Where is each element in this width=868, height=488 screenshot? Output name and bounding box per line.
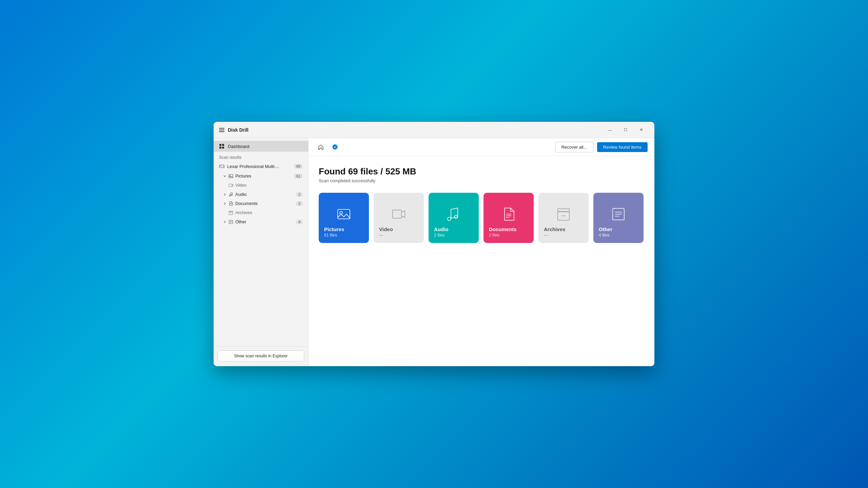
audio-card-icon <box>446 207 461 222</box>
svg-rect-0 <box>219 144 221 146</box>
drive-icon <box>219 164 224 169</box>
svg-rect-7 <box>229 174 233 178</box>
device-badge: 69 <box>294 164 303 169</box>
device-label: Lexar Professional Multi-... <box>227 164 279 169</box>
other-icon <box>229 220 233 224</box>
audio-card-count: 2 files <box>434 233 445 238</box>
category-card-other[interactable]: Other 4 files <box>593 193 644 243</box>
sidebar-item-device[interactable]: Lexar Professional Multi-... 69 <box>214 161 308 171</box>
app-title: Disk Drill <box>228 127 249 133</box>
main-area: Found 69 files / 525 MB Scan completed s… <box>309 156 654 366</box>
sidebar-item-documents[interactable]: Documents 2 <box>214 199 308 208</box>
svg-rect-23 <box>393 210 401 218</box>
svg-rect-2 <box>219 147 221 149</box>
chevron-right-icon <box>223 193 226 196</box>
scan-results-label: Scan results <box>214 152 308 161</box>
grid-icon <box>219 144 224 149</box>
chevron-right-icon-3 <box>223 220 226 224</box>
archives-card-count: — <box>544 233 548 238</box>
svg-point-24 <box>448 217 451 221</box>
sidebar: Dashboard Scan results Lexar Professiona… <box>214 138 309 366</box>
home-icon <box>318 144 324 150</box>
svg-point-8 <box>230 175 230 176</box>
toolbar-right: Recover all... Review found items <box>555 142 648 152</box>
other-badge: 4 <box>296 220 303 224</box>
home-button[interactable] <box>315 142 326 152</box>
pictures-badge: 61 <box>294 174 303 179</box>
archives-icon <box>229 210 233 215</box>
category-card-pictures[interactable]: Pictures 61 files <box>319 193 369 243</box>
titlebar-left: Disk Drill <box>219 127 602 133</box>
pictures-card-name: Pictures <box>324 226 344 232</box>
audio-card-name: Audio <box>434 226 449 232</box>
other-label: Other <box>235 219 246 224</box>
video-card-icon <box>391 207 406 222</box>
app-window: Disk Drill — ☐ ✕ Dashboard <box>214 122 654 366</box>
svg-point-6 <box>223 166 223 167</box>
close-button[interactable]: ✕ <box>633 125 649 135</box>
audio-icon <box>229 192 233 197</box>
maximize-button[interactable]: ☐ <box>618 125 633 135</box>
video-card-count: — <box>379 233 383 238</box>
other-card-count: 4 files <box>599 233 609 238</box>
svg-rect-17 <box>229 220 233 224</box>
checkmark-icon <box>332 144 338 150</box>
documents-card-count: 2 files <box>489 233 499 238</box>
other-card-icon <box>611 207 626 222</box>
document-icon <box>229 201 233 206</box>
titlebar: Disk Drill — ☐ ✕ <box>214 122 654 138</box>
archives-label: Archives <box>235 210 252 215</box>
other-card-name: Other <box>599 226 612 232</box>
archives-card-icon <box>556 207 571 222</box>
sidebar-item-audio[interactable]: Audio 2 <box>214 190 308 199</box>
video-icon <box>229 183 233 188</box>
archives-card-icon-area <box>544 198 583 226</box>
video-card-name: Video <box>379 226 393 232</box>
show-explorer-button[interactable]: Show scan results in Explorer <box>218 351 304 361</box>
video-card-icon-area <box>379 198 418 226</box>
documents-card-icon-area <box>489 198 528 226</box>
sidebar-item-archives[interactable]: Archives <box>214 208 308 217</box>
svg-rect-5 <box>220 166 221 167</box>
main-toolbar: Recover all... Review found items <box>309 138 654 156</box>
sidebar-item-pictures[interactable]: Pictures 61 <box>214 171 308 181</box>
review-found-button[interactable]: Review found items <box>597 142 648 152</box>
svg-point-20 <box>333 145 338 150</box>
sidebar-item-video[interactable]: Video <box>214 181 308 190</box>
documents-badge: 2 <box>296 201 303 206</box>
documents-label: Documents <box>235 201 258 206</box>
checkmark-button[interactable] <box>330 142 340 152</box>
app-body: Dashboard Scan results Lexar Professiona… <box>214 138 654 366</box>
svg-rect-1 <box>222 144 224 146</box>
category-card-video[interactable]: Video — <box>374 193 424 243</box>
sidebar-nav: Dashboard Scan results Lexar Professiona… <box>214 138 308 346</box>
sidebar-item-other[interactable]: Other 4 <box>214 217 308 226</box>
sidebar-footer: Show scan results in Explorer <box>214 346 308 366</box>
audio-badge: 2 <box>296 192 303 197</box>
category-card-audio[interactable]: Audio 2 files <box>429 193 479 243</box>
category-card-archives[interactable]: Archives — <box>538 193 589 243</box>
audio-card-icon-area <box>434 198 473 226</box>
documents-card-name: Documents <box>489 226 517 232</box>
pictures-label: Pictures <box>235 173 251 179</box>
svg-rect-14 <box>229 212 233 215</box>
chevron-down-icon <box>223 174 226 178</box>
svg-rect-9 <box>229 184 232 187</box>
menu-icon[interactable] <box>219 128 224 132</box>
found-title: Found 69 files / 525 MB <box>319 166 644 177</box>
scan-status: Scan completed successfully <box>319 178 644 183</box>
documents-card-icon <box>501 207 516 222</box>
category-grid: Pictures 61 files Video — <box>319 193 644 243</box>
sidebar-item-dashboard[interactable]: Dashboard <box>214 141 308 152</box>
svg-rect-15 <box>229 211 233 212</box>
minimize-button[interactable]: — <box>602 125 618 135</box>
pictures-icon <box>229 174 233 179</box>
other-card-icon-area <box>599 198 638 226</box>
audio-label: Audio <box>235 192 246 197</box>
category-card-documents[interactable]: Documents 2 files <box>484 193 534 243</box>
chevron-right-icon-2 <box>223 202 226 205</box>
svg-point-10 <box>229 195 230 196</box>
recover-all-button[interactable]: Recover all... <box>555 142 594 152</box>
window-controls: — ☐ ✕ <box>602 125 649 135</box>
video-label: Video <box>235 183 246 188</box>
